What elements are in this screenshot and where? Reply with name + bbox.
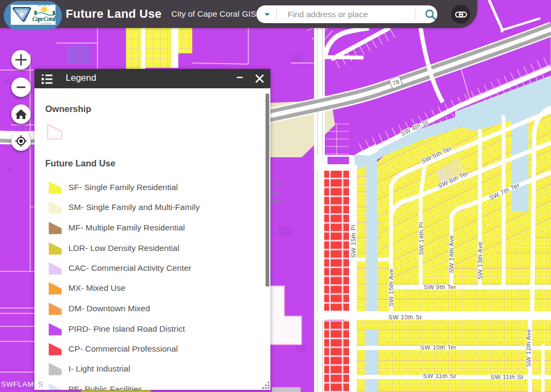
svg-text:SW 11th St: SW 11th St [490, 374, 524, 380]
svg-text:SW 15th Pl: SW 15th Pl [350, 225, 357, 258]
svg-text:FLORIDA: FLORIDA [41, 22, 51, 25]
svg-text:SW 12th Ave: SW 12th Ave [525, 329, 532, 367]
svg-text:THE CITY OF: THE CITY OF [37, 4, 51, 7]
svg-text:SW 10th Ter: SW 10th Ter [420, 344, 456, 351]
svg-text:SW 9th Ter: SW 9th Ter [424, 284, 457, 290]
svg-text:SW 14th Ave: SW 14th Ave [448, 235, 455, 274]
svg-text:SW 14th Pl: SW 14th Pl [418, 222, 424, 255]
svg-text:SW 11th St: SW 11th St [423, 373, 456, 379]
svg-text:SW 13th Ave: SW 13th Ave [477, 242, 483, 280]
svg-text:SW 15th Ave: SW 15th Ave [388, 269, 394, 307]
svg-text:SW 10th St: SW 10th St [388, 314, 422, 320]
